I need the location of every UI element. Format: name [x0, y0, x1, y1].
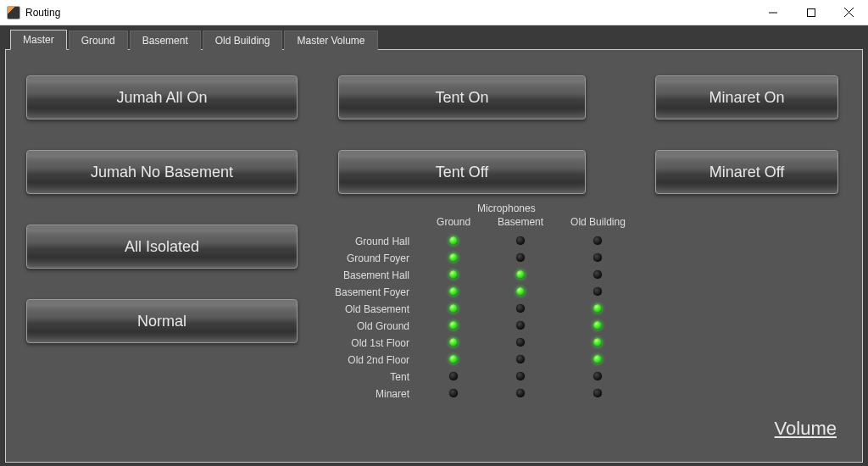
matrix-cell[interactable] [557, 284, 639, 301]
matrix-cell[interactable] [484, 335, 557, 352]
led-on-icon [449, 287, 458, 296]
led-off-icon [449, 372, 458, 380]
matrix-col-header: Old Building [557, 214, 639, 233]
matrix-cell[interactable] [484, 267, 557, 284]
led-off-icon [593, 253, 602, 262]
matrix-row-label: Old Basement [335, 301, 423, 318]
led-off-icon [516, 372, 525, 380]
led-off-icon [516, 321, 525, 330]
matrix-cell[interactable] [557, 369, 639, 386]
matrix-cell[interactable] [557, 301, 639, 318]
tent-on-button[interactable]: Tent On [338, 75, 586, 119]
matrix-cell[interactable] [423, 250, 484, 267]
matrix-cell[interactable] [484, 284, 557, 301]
matrix-cell[interactable] [484, 369, 557, 386]
tab-basement[interactable]: Basement [130, 31, 201, 50]
matrix-col-header: Ground [423, 214, 484, 233]
matrix-cell[interactable] [423, 386, 484, 402]
window-titlebar: Routing [0, 0, 868, 25]
led-off-icon [593, 372, 602, 380]
minimize-button[interactable] [754, 0, 792, 25]
matrix-row-label: Ground Foyer [335, 250, 423, 267]
matrix-cell[interactable] [557, 233, 639, 250]
led-on-icon [449, 338, 458, 347]
matrix-group-header: Microphones [477, 202, 536, 214]
matrix-cell[interactable] [423, 233, 484, 250]
app-body: MasterGroundBasementOld BuildingMaster V… [0, 25, 868, 466]
led-off-icon [593, 270, 602, 279]
matrix-row-label: Tent [335, 369, 423, 386]
led-on-icon [516, 287, 525, 296]
led-on-icon [593, 355, 602, 363]
led-off-icon [516, 304, 525, 313]
normal-button[interactable]: Normal [26, 299, 298, 343]
matrix-cell[interactable] [423, 335, 484, 352]
matrix-cell[interactable] [484, 386, 557, 402]
matrix-cell[interactable] [557, 267, 639, 284]
app-icon [7, 6, 20, 19]
matrix-col-header: Basement [484, 214, 557, 233]
routing-matrix: Microphones GroundBasementOld BuildingGr… [335, 202, 639, 402]
matrix-cell[interactable] [423, 318, 484, 335]
matrix-cell[interactable] [423, 301, 484, 318]
matrix-row-label: Minaret [335, 386, 423, 402]
led-off-icon [449, 389, 458, 397]
led-off-icon [516, 236, 525, 245]
matrix-cell[interactable] [484, 233, 557, 250]
matrix-row-label: Old Ground [335, 318, 423, 335]
tab-ground[interactable]: Ground [69, 31, 128, 50]
matrix-cell[interactable] [557, 352, 639, 369]
led-off-icon [516, 389, 525, 397]
led-on-icon [516, 270, 525, 279]
matrix-row-label: Basement Foyer [335, 284, 423, 301]
led-on-icon [593, 338, 602, 347]
matrix-cell[interactable] [484, 250, 557, 267]
led-off-icon [516, 338, 525, 347]
volume-link[interactable]: Volume [775, 418, 837, 440]
close-button[interactable] [830, 0, 868, 25]
tab-master[interactable]: Master [10, 30, 67, 50]
svg-rect-1 [807, 8, 815, 16]
minaret-on-button[interactable]: Minaret On [655, 75, 838, 119]
matrix-cell[interactable] [423, 352, 484, 369]
led-on-icon [449, 321, 458, 330]
led-on-icon [449, 304, 458, 313]
tab-master-volume[interactable]: Master Volume [284, 31, 377, 50]
matrix-cell[interactable] [557, 335, 639, 352]
maximize-button[interactable] [792, 0, 830, 25]
led-off-icon [593, 389, 602, 397]
matrix-row-label: Ground Hall [335, 233, 423, 250]
window-title: Routing [25, 7, 60, 19]
matrix-row-label: Old 2nd Floor [335, 352, 423, 369]
matrix-cell[interactable] [484, 352, 557, 369]
led-off-icon [516, 253, 525, 262]
matrix-cell[interactable] [484, 318, 557, 335]
tab-old-building[interactable]: Old Building [203, 31, 283, 50]
led-on-icon [449, 253, 458, 262]
matrix-cell[interactable] [557, 250, 639, 267]
tent-off-button[interactable]: Tent Off [338, 150, 586, 194]
matrix-cell[interactable] [423, 284, 484, 301]
matrix-cell[interactable] [557, 386, 639, 402]
led-on-icon [449, 270, 458, 279]
tab-strip: MasterGroundBasementOld BuildingMaster V… [5, 30, 863, 50]
led-on-icon [449, 236, 458, 245]
jumah-all-on-button[interactable]: Jumah All On [26, 75, 298, 119]
all-isolated-button[interactable]: All Isolated [26, 225, 298, 269]
led-off-icon [593, 236, 602, 245]
matrix-cell[interactable] [423, 267, 484, 284]
led-off-icon [593, 287, 602, 296]
matrix-row-label: Basement Hall [335, 267, 423, 284]
led-on-icon [449, 355, 458, 363]
tab-content-master: Jumah All On Jumah No Basement All Isola… [5, 49, 863, 463]
matrix-cell[interactable] [484, 301, 557, 318]
matrix-cell[interactable] [423, 369, 484, 386]
led-on-icon [593, 304, 602, 313]
matrix-cell[interactable] [557, 318, 639, 335]
jumah-no-basement-button[interactable]: Jumah No Basement [26, 150, 298, 194]
led-off-icon [516, 355, 525, 363]
led-on-icon [593, 321, 602, 330]
minaret-off-button[interactable]: Minaret Off [655, 150, 838, 194]
matrix-row-label: Old 1st Floor [335, 335, 423, 352]
